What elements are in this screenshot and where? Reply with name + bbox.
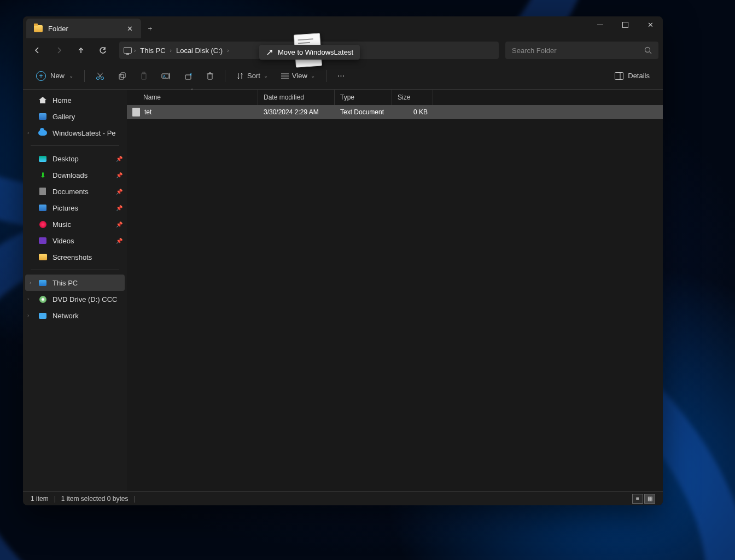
cloud-icon (38, 130, 47, 136)
sidebar-item-gallery[interactable]: Gallery (23, 108, 127, 125)
divider (326, 70, 326, 82)
file-size: 0 KB (413, 108, 428, 116)
chevron-down-icon: ⌄ (69, 73, 73, 79)
file-type: Text Document (340, 108, 384, 116)
chevron-right-icon[interactable]: › (27, 313, 29, 318)
maximize-button[interactable] (612, 16, 638, 33)
sidebar-item-videos[interactable]: Videos📌 (23, 232, 127, 249)
pin-icon[interactable]: 📌 (116, 189, 122, 195)
up-button[interactable] (71, 40, 91, 60)
close-tab-icon[interactable]: ✕ (126, 25, 133, 33)
sidebar-label: WindowsLatest - Pe (52, 129, 116, 137)
cut-button[interactable] (90, 67, 110, 85)
details-label: Details (628, 72, 650, 80)
sidebar-label: Screenshots (52, 253, 92, 261)
search-placeholder: Search Folder (512, 46, 557, 55)
view-label: View (292, 72, 307, 80)
file-name: tet (144, 108, 151, 116)
chevron-right-icon[interactable]: › (27, 296, 29, 302)
view-list-button[interactable]: ≡ (632, 494, 643, 504)
search-input[interactable]: Search Folder (505, 42, 658, 59)
item-count: 1 item (31, 495, 49, 503)
status-bar: 1 item | 1 item selected 0 bytes | ≡ ▦ (23, 491, 663, 505)
sidebar-item-home[interactable]: Home (23, 92, 127, 108)
close-button[interactable]: ✕ (638, 16, 663, 33)
copy-button[interactable] (112, 67, 132, 85)
pin-icon[interactable]: 📌 (116, 205, 122, 211)
details-button[interactable]: Details (609, 67, 655, 85)
more-button[interactable]: ⋯ (332, 67, 350, 85)
sidebar-item-documents[interactable]: Documents📌 (23, 183, 127, 200)
crumb-localdisk[interactable]: Local Disk (C:) (174, 46, 225, 55)
svg-point-2 (645, 48, 650, 52)
sidebar-item-screenshots[interactable]: Screenshots (23, 249, 127, 265)
network-icon (39, 313, 46, 319)
sidebar-label: Network (52, 312, 79, 320)
sidebar-item-pictures[interactable]: Pictures📌 (23, 200, 127, 216)
pc-icon (39, 280, 46, 286)
chevron-right-icon[interactable]: › (30, 280, 31, 285)
pc-icon (124, 47, 132, 54)
file-explorer-window: Folder ✕ ＋ ✕ › This PC › Local Disk (C:)… (23, 16, 663, 505)
pin-icon[interactable]: 📌 (116, 238, 122, 244)
sort-button[interactable]: Sort ⌄ (231, 67, 273, 85)
column-header-size[interactable]: Size (392, 90, 433, 105)
sidebar-item-network[interactable]: ›Network (23, 307, 127, 324)
chevron-right-icon[interactable]: › (227, 48, 229, 54)
column-header-type[interactable]: Type (335, 90, 392, 105)
sidebar-item-desktop[interactable]: Desktop📌 (23, 150, 127, 167)
new-tab-button[interactable]: ＋ (141, 19, 159, 38)
sidebar-label: Documents (52, 188, 89, 196)
tab-folder[interactable]: Folder ✕ (26, 19, 141, 38)
chevron-down-icon: ⌄ (311, 73, 315, 79)
crumb-thispc[interactable]: This PC (138, 46, 167, 55)
sidebar-item-thispc[interactable]: ›This PC (25, 275, 125, 291)
column-header-modified[interactable]: Date modified (258, 90, 335, 105)
home-icon (39, 97, 46, 103)
sort-label: Sort (247, 72, 260, 80)
sidebar-item-dvd[interactable]: ›DVD Drive (D:) CCC (23, 291, 127, 307)
sidebar-label: Pictures (52, 204, 78, 212)
pin-icon[interactable]: 📌 (116, 221, 122, 228)
rename-button[interactable]: A (156, 67, 177, 85)
sidebar-item-downloads[interactable]: ⬇Downloads📌 (23, 167, 127, 183)
view-icon (281, 73, 289, 79)
refresh-button[interactable] (93, 40, 113, 60)
svg-text:A: A (163, 74, 166, 78)
chevron-right-icon[interactable]: › (27, 130, 29, 136)
gallery-icon (39, 113, 46, 120)
chevron-down-icon: ⌄ (264, 73, 268, 79)
separator: | (134, 495, 136, 503)
view-details-button[interactable]: ▦ (644, 494, 655, 504)
chevron-right-icon[interactable]: › (134, 48, 136, 54)
delete-button[interactable] (201, 67, 219, 85)
forward-button[interactable] (49, 40, 69, 60)
folder-icon (39, 254, 47, 260)
plus-circle-icon: + (36, 71, 46, 81)
svg-rect-8 (119, 74, 124, 79)
svg-point-4 (97, 77, 100, 79)
sidebar-label: Videos (52, 237, 74, 245)
file-row[interactable]: tet 3/30/2024 2:29 AM Text Document 0 KB (127, 105, 663, 119)
sidebar-item-onedrive[interactable]: ›WindowsLatest - Pe (23, 125, 127, 141)
share-button[interactable] (179, 67, 199, 85)
paste-button[interactable] (134, 67, 154, 85)
pin-icon[interactable]: 📌 (116, 156, 122, 162)
minimize-button[interactable] (587, 16, 612, 33)
sidebar-label: Home (52, 96, 72, 104)
details-icon (615, 72, 623, 80)
svg-point-5 (101, 77, 104, 79)
pin-icon[interactable]: 📌 (116, 172, 122, 178)
chevron-right-icon[interactable]: › (170, 48, 172, 54)
toolbar: + New ⌄ A Sort ⌄ View ⌄ ⋯ Details (23, 62, 663, 90)
column-header-name[interactable]: ˄Name (127, 90, 258, 105)
video-icon (39, 237, 46, 244)
svg-line-3 (650, 52, 651, 54)
divider (31, 270, 119, 270)
folder-icon (34, 25, 43, 32)
divider (84, 70, 85, 82)
sidebar-item-music[interactable]: Music📌 (23, 216, 127, 232)
new-button[interactable]: + New ⌄ (31, 67, 79, 85)
view-button[interactable]: View ⌄ (276, 67, 320, 85)
back-button[interactable] (27, 40, 47, 60)
